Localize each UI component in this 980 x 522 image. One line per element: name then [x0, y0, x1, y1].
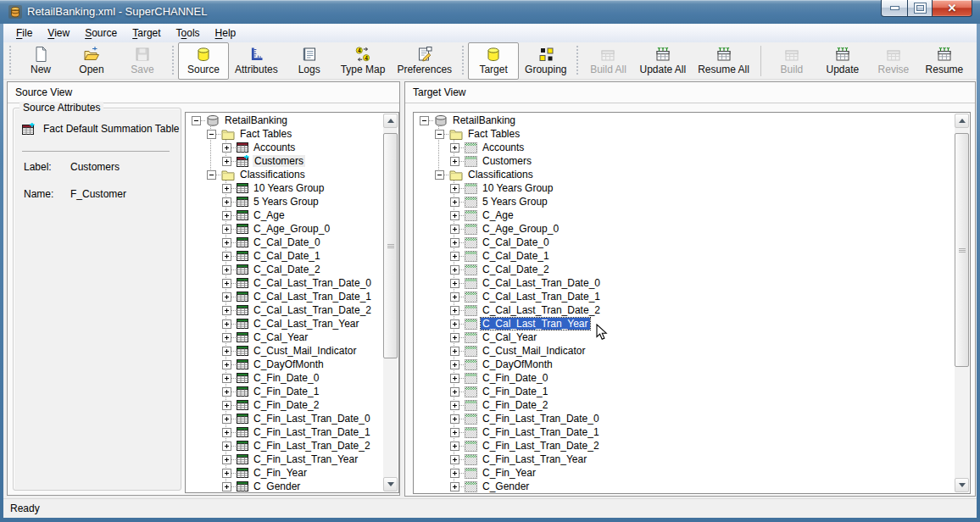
expand-toggle-icon[interactable] — [222, 482, 231, 491]
tree-item-c-cust-mail-indicator[interactable]: C_Cust_Mail_Indicator — [481, 345, 587, 357]
tree-item-c-fin-last-tran-year[interactable]: C_Fin_Last_Tran_Year — [481, 453, 588, 465]
tree-row[interactable]: C_Fin_Last_Tran_Date_0 — [187, 412, 383, 425]
tree-row[interactable]: C_Fin_Date_2 — [187, 398, 383, 412]
expand-toggle-icon[interactable] — [450, 347, 459, 356]
tree-row[interactable]: C_Cal_Last_Tran_Date_2 — [415, 303, 955, 317]
menu-view[interactable]: View — [40, 25, 77, 42]
tree-item-5-years-group[interactable]: 5 Years Group — [252, 196, 320, 208]
tree-item-c-cal-date-0[interactable]: C_Cal_Date_0 — [481, 236, 551, 248]
update-button[interactable]: Update — [817, 42, 868, 80]
tree-item-classifications[interactable]: Classifications — [238, 169, 307, 180]
tree-row[interactable]: C_Fin_Last_Tran_Date_1 — [187, 425, 383, 439]
collapse-toggle-icon[interactable] — [207, 170, 216, 180]
tree-row[interactable]: Classifications — [187, 168, 383, 181]
expand-toggle-icon[interactable] — [450, 374, 459, 383]
resume-button[interactable]: Resume — [919, 42, 970, 80]
tree-row[interactable]: C_Cal_Last_Tran_Year — [415, 317, 955, 330]
tree-row[interactable]: 5 Years Group — [415, 195, 955, 208]
tree-item-c-fin-last-tran-date-1[interactable]: C_Fin_Last_Tran_Date_1 — [252, 426, 372, 438]
tree-item-c-cust-mail-indicator[interactable]: C_Cust_Mail_Indicator — [252, 345, 358, 357]
minimize-button[interactable] — [881, 0, 908, 17]
expand-toggle-icon[interactable] — [222, 319, 231, 329]
type-map-button[interactable]: 44Type Map — [335, 42, 392, 80]
tree-row[interactable]: C_Fin_Date_0 — [187, 371, 383, 385]
expand-toggle-icon[interactable] — [450, 319, 459, 329]
tree-item-c-dayofmonth[interactable]: C_DayOfMonth — [481, 358, 554, 370]
expand-toggle-icon[interactable] — [450, 387, 459, 397]
expand-toggle-icon[interactable] — [450, 225, 459, 234]
title-bar[interactable]: RetailBanking.xml - SuperCHANNEL ✕ — [0, 0, 980, 24]
tree-item-c-cal-date-1[interactable]: C_Cal_Date_1 — [252, 250, 322, 262]
tree-item-c-age-group-0[interactable]: C_Age_Group_0 — [481, 223, 560, 235]
tree-item-c-fin-date-0[interactable]: C_Fin_Date_0 — [252, 372, 320, 384]
tree-row[interactable]: C_Fin_Last_Tran_Date_1 — [415, 425, 955, 439]
tree-item-c-age-group-0[interactable]: C_Age_Group_0 — [252, 223, 331, 235]
expand-toggle-icon[interactable] — [450, 265, 459, 275]
tree-item-c-fin-year[interactable]: C_Fin_Year — [252, 467, 309, 479]
tree-item-c-cal-date-2[interactable]: C_Cal_Date_2 — [252, 264, 322, 275]
expand-toggle-icon[interactable] — [450, 238, 459, 247]
tree-item-c-age[interactable]: C_Age — [481, 209, 515, 221]
tree-row[interactable]: C_Cal_Last_Tran_Year — [187, 317, 383, 330]
tree-row[interactable]: C_Cal_Last_Tran_Date_2 — [187, 303, 383, 317]
tree-item-c-cal-year[interactable]: C_Cal_Year — [481, 331, 538, 343]
tree-row[interactable]: C_Cal_Date_0 — [187, 236, 383, 249]
tree-item-10-years-group[interactable]: 10 Years Group — [481, 182, 554, 194]
tree-row[interactable]: C_Cal_Last_Tran_Date_0 — [187, 276, 383, 290]
expand-toggle-icon[interactable] — [222, 292, 231, 302]
tree-item-c-fin-date-1[interactable]: C_Fin_Date_1 — [252, 386, 320, 397]
expand-toggle-icon[interactable] — [450, 157, 459, 166]
tree-row[interactable]: Accounts — [187, 141, 383, 154]
tree-item-customers[interactable]: Customers — [253, 155, 305, 167]
tree-item-5-years-group[interactable]: 5 Years Group — [481, 196, 549, 208]
tree-row[interactable]: C_Age — [415, 208, 955, 222]
tree-item-c-cal-last-tran-date-1[interactable]: C_Cal_Last_Tran_Date_1 — [481, 291, 602, 303]
grouping-button[interactable]: Grouping — [519, 42, 572, 80]
tree-row[interactable]: Fact Tables — [187, 127, 383, 141]
expand-toggle-icon[interactable] — [222, 265, 231, 275]
tree-item-c-fin-date-1[interactable]: C_Fin_Date_1 — [481, 386, 549, 397]
tree-item-accounts[interactable]: Accounts — [252, 142, 297, 153]
expand-toggle-icon[interactable] — [222, 401, 231, 410]
tree-item-c-cal-year[interactable]: C_Cal_Year — [252, 331, 309, 343]
collapse-toggle-icon[interactable] — [420, 116, 429, 125]
expand-toggle-icon[interactable] — [222, 441, 231, 451]
scroll-up-button[interactable] — [955, 114, 969, 128]
tree-item-c-fin-date-2[interactable]: C_Fin_Date_2 — [252, 399, 320, 411]
tree-row[interactable]: C_Fin_Year — [415, 466, 955, 480]
collapse-toggle-icon[interactable] — [435, 130, 444, 139]
tree-row[interactable]: 5 Years Group — [187, 195, 383, 208]
tree-item-c-cal-last-tran-year[interactable]: C_Cal_Last_Tran_Year — [252, 318, 361, 330]
logs-button[interactable]: Logs — [284, 42, 335, 80]
tree-row[interactable]: C_DayOfMonth — [187, 358, 383, 371]
expand-toggle-icon[interactable] — [450, 279, 459, 288]
tree-row[interactable]: C_Fin_Date_1 — [187, 385, 383, 398]
target-button[interactable]: Target — [468, 42, 519, 80]
tree-row[interactable]: RetailBanking — [415, 114, 955, 127]
expand-toggle-icon[interactable] — [450, 252, 459, 261]
scroll-up-button[interactable] — [383, 114, 398, 128]
tree-row[interactable]: Classifications — [415, 168, 955, 181]
expand-toggle-icon[interactable] — [222, 279, 231, 288]
tree-item-c-fin-last-tran-date-0[interactable]: C_Fin_Last_Tran_Date_0 — [481, 413, 601, 425]
build-button[interactable]: Build — [766, 42, 817, 80]
expand-toggle-icon[interactable] — [222, 157, 231, 166]
expand-toggle-icon[interactable] — [222, 306, 231, 315]
expand-toggle-icon[interactable] — [222, 387, 231, 397]
expand-toggle-icon[interactable] — [222, 414, 231, 424]
tree-item-c-age[interactable]: C_Age — [252, 209, 287, 221]
tree-item-c-cal-last-tran-date-2[interactable]: C_Cal_Last_Tran_Date_2 — [481, 304, 602, 316]
scroll-thumb[interactable] — [955, 133, 969, 367]
expand-toggle-icon[interactable] — [222, 184, 231, 193]
expand-toggle-icon[interactable] — [450, 306, 459, 315]
tree-row[interactable]: C_Cal_Date_1 — [187, 249, 383, 263]
expand-toggle-icon[interactable] — [450, 441, 459, 451]
expand-toggle-icon[interactable] — [450, 482, 459, 491]
tree-item-c-cal-last-tran-date-0[interactable]: C_Cal_Last_Tran_Date_0 — [481, 277, 602, 289]
expand-toggle-icon[interactable] — [222, 469, 231, 478]
tree-item-c-cal-last-tran-date-1[interactable]: C_Cal_Last_Tran_Date_1 — [252, 291, 373, 303]
expand-toggle-icon[interactable] — [450, 401, 459, 410]
tree-row[interactable]: C_Fin_Date_1 — [415, 385, 955, 398]
tree-item-fact-tables[interactable]: Fact Tables — [466, 128, 521, 140]
expand-toggle-icon[interactable] — [450, 333, 459, 342]
